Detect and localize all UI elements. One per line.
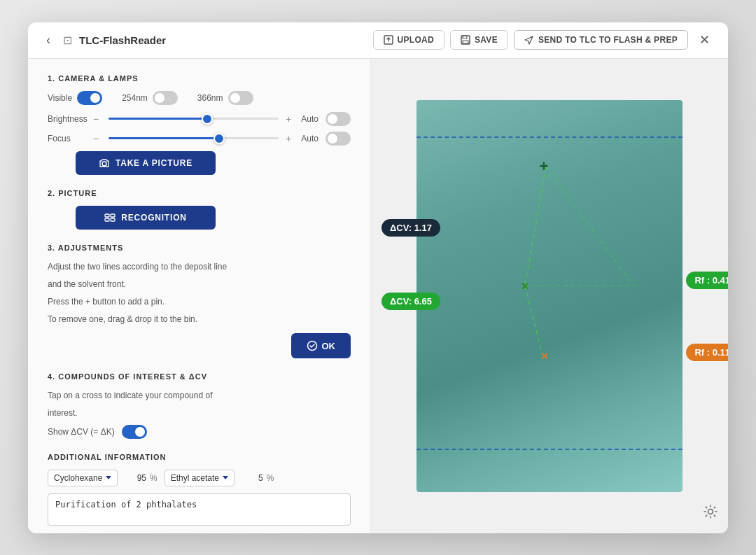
solvent2-pct-sign: % [267,473,274,483]
ok-button[interactable]: OK [291,333,351,358]
additional-title: ADDITIONAL INFORMATION [48,453,351,461]
nm366-toggle[interactable] [228,91,253,105]
brightness-minus: − [93,113,102,125]
focus-auto-label: Auto [301,134,318,143]
focus-auto-toggle[interactable] [326,132,351,146]
solvent1-pct-sign: % [150,473,158,483]
show-dcv-toggle[interactable] [122,425,147,439]
compounds-section: 4. COMPOUNDS OF INTEREST & ΔCV Tap on a … [48,372,351,438]
adjustments-text3: Press the + button to add a pin. [48,295,351,309]
focus-label: Focus [48,134,86,143]
focus-row: Focus − + Auto [48,132,351,146]
recognition-button[interactable]: RECOGNITION [76,206,216,230]
svg-rect-3 [463,41,468,43]
rf-green-label: Rf : 0.41 [686,272,728,289]
ok-label: OK [322,341,336,351]
app-title: TLC-FlashReader [79,34,366,46]
left-panel: 1. CAMERA & LAMPS Visible 254nm [28,59,371,533]
brightness-slider[interactable] [108,112,279,126]
settings-gear-button[interactable] [703,504,718,524]
picture-section: 2. PICTURE RECOGNITION [48,189,351,230]
compounds-text2: interest. [48,407,351,420]
solvent1-arrow [106,476,111,479]
adjustments-text1: Adjust the two lines according to the de… [48,260,351,274]
solvent1-group: Cyclohexane % [48,470,158,486]
brand-watermark: Advion Interchim Scientific [458,503,640,518]
toolbar-actions: UPLOAD SAVE SEND TO TLC TO FLASH & PREP … [373,29,715,50]
nm254-label: 254nm [122,93,148,103]
solvent-front-line [416,136,682,138]
svg-rect-8 [111,218,115,221]
solvent2-pct[interactable] [238,473,263,483]
additional-section: ADDITIONAL INFORMATION Cyclohexane % Eth… [48,453,351,528]
svg-line-12 [546,167,634,286]
adjustments-section: 3. ADJUSTMENTS Adjust the two lines acco… [48,244,351,359]
tlc-plate-container: + × × ΔCV: 1.17 ΔCV: 6.65 Rf : 0.41 Rf :… [416,100,682,492]
nm254-toggle[interactable] [153,91,178,105]
right-panel: + × × ΔCV: 1.17 ΔCV: 6.65 Rf : 0.41 Rf :… [371,59,728,533]
nm254-toggle-group: 254nm [122,91,178,105]
svg-line-10 [525,167,546,286]
rf-orange-label: Rf : 0.11 [686,344,728,361]
focus-minus: − [93,133,102,144]
take-picture-label: TAKE A PICTURE [115,158,192,168]
solvent1-name: Cyclohexane [54,473,102,483]
show-dcv-row: Show ΔCV (= ΔK) [48,425,351,439]
focus-slider[interactable] [108,132,279,146]
take-picture-button[interactable]: TAKE A PICTURE [76,151,216,175]
brightness-row: Brightness − + Auto [48,112,351,126]
svg-rect-2 [463,36,467,38]
show-dcv-label: Show ΔCV (= ΔK) [48,427,115,437]
solvent2-arrow [223,476,228,479]
solvent2-select[interactable]: Ethyl acetate [164,470,234,486]
top-bar: ‹ ⊡ TLC-FlashReader UPLOAD SAVE SEND TO … [28,22,728,59]
adjustments-text4: To remove one, drag & drop it to the bin… [48,313,351,326]
camera-lamps-title: 1. CAMERA & LAMPS [48,74,351,83]
compounds-text1: Tap on a cross to indicate your compound… [48,389,351,402]
svg-rect-7 [105,218,109,221]
lamp-toggles-row: Visible 254nm 366nm [48,91,351,105]
app-window: ‹ ⊡ TLC-FlashReader UPLOAD SAVE SEND TO … [28,22,728,533]
dcv-top-label: ΔCV: 1.17 [382,219,440,237]
svg-line-11 [525,286,542,356]
nm366-label: 366nm [197,93,223,103]
close-button[interactable]: ✕ [694,29,715,50]
svg-point-17 [708,509,713,514]
svg-text:×: × [541,349,549,363]
solvent2-name: Ethyl acetate [171,473,219,483]
visible-label: Visible [48,93,72,103]
visible-toggle[interactable] [77,91,102,105]
nm366-toggle-group: 366nm [197,91,253,105]
visible-toggle-group: Visible [48,91,102,105]
brightness-label: Brightness [48,114,86,124]
svg-text:+: + [540,157,549,175]
solvent1-pct[interactable] [121,473,146,483]
solvent1-select[interactable]: Cyclohexane [48,470,118,486]
notes-input[interactable]: Purification of 2 phthalates [48,493,351,526]
adjustments-title: 3. ADJUSTMENTS [48,244,351,252]
svg-rect-5 [105,214,109,217]
back-button[interactable]: ‹ [41,30,56,50]
brightness-auto-toggle[interactable] [326,112,351,126]
adjustments-text2: and the solvent front. [48,278,351,291]
picture-title: 2. PICTURE [48,189,351,197]
recognition-label: RECOGNITION [121,213,186,223]
save-button[interactable]: SAVE [450,30,508,50]
camera-icon: ⊡ [63,34,72,47]
brightness-auto-label: Auto [301,114,318,124]
focus-plus: + [286,133,294,144]
dcv-bottom-label: ΔCV: 6.65 [382,293,440,310]
brightness-plus: + [286,113,294,125]
main-content: 1. CAMERA & LAMPS Visible 254nm [28,59,728,533]
solvent2-group: Ethyl acetate % [164,470,274,486]
upload-button[interactable]: UPLOAD [373,30,444,50]
tlc-plate: + × × [416,100,682,492]
svg-point-4 [102,162,106,166]
deposit-line [416,449,682,450]
camera-lamps-section: 1. CAMERA & LAMPS Visible 254nm [48,74,351,175]
compounds-title: 4. COMPOUNDS OF INTEREST & ΔCV [48,372,351,381]
send-to-tlc-button[interactable]: SEND TO TLC TO FLASH & PREP [514,30,688,50]
svg-text:×: × [522,279,529,293]
svg-rect-6 [111,214,115,217]
solvents-row: Cyclohexane % Ethyl acetate % [48,470,351,486]
